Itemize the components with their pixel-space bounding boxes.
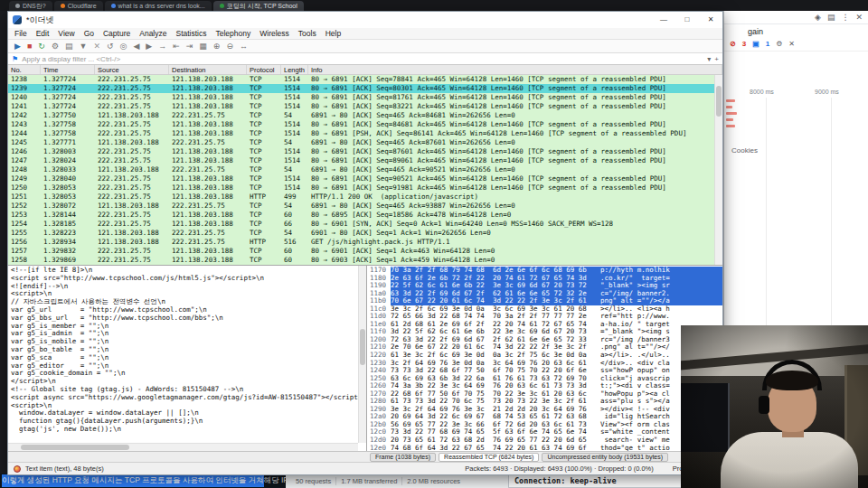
entity-body-tab[interactable]: Uncompressed entity body (19531 bytes) (542, 453, 668, 462)
packet-source: 222.231.25.75 (95, 147, 169, 156)
menu-item[interactable]: File (10, 29, 32, 38)
packet-text-pane[interactable]: <!--[if lte IE 8]>\n <script src="http:/… (8, 266, 367, 451)
packet-row[interactable]: 1240 1.327724 222.231.25.75 121.138.203.… (8, 93, 722, 102)
packet-bytes-pane[interactable]: 1170 70 3a 2f 2f 68 79 74 68 6d 2e 6e 6f… (367, 266, 722, 451)
error-count-badge[interactable]: 3 (742, 40, 746, 48)
menu-item[interactable]: Wireless (255, 29, 294, 38)
bookmark-icon[interactable]: ⚑ (12, 55, 18, 63)
column-header[interactable]: Length (281, 65, 308, 74)
maximize-button[interactable]: □ (675, 12, 699, 28)
column-header[interactable]: No. (8, 65, 41, 74)
packet-row[interactable]: 1246 1.328003 222.231.25.75 121.138.203.… (8, 147, 722, 156)
column-header[interactable]: Protocol (247, 65, 281, 74)
previous-packet-icon[interactable]: ◀ (133, 40, 139, 53)
packet-time: 1.328053 (41, 183, 95, 192)
packet-row[interactable]: 1253 1.328144 222.231.25.75 121.138.203.… (8, 211, 722, 220)
reload-icon[interactable]: ↺ (107, 40, 114, 53)
zoom-out-icon[interactable]: ⊖ (226, 40, 233, 53)
packet-source: 222.231.25.75 (95, 220, 169, 229)
text-pane-vscrollbar[interactable] (358, 266, 366, 443)
packet-list-scrollbar[interactable] (714, 75, 722, 265)
scrollbar-thumb[interactable] (716, 86, 722, 117)
go-to-packet-icon[interactable]: → (158, 40, 166, 53)
packet-row[interactable]: 1251 1.328053 222.231.25.75 121.138.203.… (8, 192, 722, 202)
close-capture-icon[interactable]: ✕ (93, 40, 100, 53)
packet-row[interactable]: 1239 1.327724 222.231.25.75 121.138.203.… (8, 84, 722, 93)
save-capture-icon[interactable]: ▼ (80, 40, 88, 53)
column-header[interactable]: Time (41, 65, 95, 74)
packet-row[interactable]: 1255 1.328223 121.138.203.188 222.231.25… (8, 229, 722, 238)
close-button[interactable]: ✕ (699, 12, 722, 28)
packet-row[interactable]: 1249 1.328040 222.231.25.75 121.138.203.… (8, 174, 722, 183)
next-packet-icon[interactable]: ▶ (146, 40, 152, 53)
issues-icon[interactable]: ▣ (752, 40, 760, 48)
issues-count-badge[interactable]: 1 (766, 40, 769, 48)
minimize-button[interactable]: — (652, 12, 675, 28)
menu-item[interactable]: Go (80, 29, 99, 38)
packet-row[interactable]: 1247 1.328024 222.231.25.75 121.138.203.… (8, 156, 722, 165)
packet-destination: 121.138.203.188 (169, 120, 247, 129)
stop-capture-icon[interactable]: ■ (27, 40, 32, 53)
packet-list[interactable]: 1238 1.327724 222.231.25.75 121.138.203.… (8, 75, 722, 265)
display-filter-input[interactable] (22, 54, 703, 64)
menu-item[interactable]: Telephony (212, 29, 256, 38)
column-header[interactable]: Info (308, 65, 722, 74)
menu-item[interactable]: Edit (32, 29, 54, 38)
expert-info-icon[interactable] (14, 465, 21, 473)
column-header[interactable]: Destination (169, 65, 247, 74)
error-icon[interactable]: ⊘ (730, 40, 736, 48)
menu-item[interactable]: Statistics (171, 29, 211, 38)
packet-destination: 121.138.203.188 (169, 75, 247, 84)
window-titlebar[interactable]: *이더넷 — □ ✕ (8, 12, 722, 28)
packet-row[interactable]: 1242 1.327750 121.138.203.188 222.231.25… (8, 111, 722, 120)
hex-row[interactable]: 12e0 74 68 6f 64 3d 22 67 65 74 22 20 61… (367, 445, 722, 451)
packet-row[interactable]: 1245 1.327771 121.138.203.188 222.231.25… (8, 138, 722, 147)
zoom-in-icon[interactable]: ⊕ (213, 40, 221, 53)
packet-row[interactable]: 1244 1.327758 222.231.25.75 121.138.203.… (8, 129, 722, 138)
tab-search[interactable]: what is a dns server dns look... (105, 1, 212, 11)
last-packet-icon[interactable]: ⇥ (186, 40, 193, 53)
packet-row[interactable]: 1241 1.327724 222.231.25.75 121.138.203.… (8, 102, 722, 111)
start-capture-icon[interactable]: ▶ (14, 40, 21, 53)
menu-item[interactable]: View (53, 29, 79, 38)
packet-row[interactable]: 1243 1.327758 222.231.25.75 121.138.203.… (8, 120, 722, 129)
menu-item[interactable]: Capture (99, 29, 135, 38)
reassembled-tcp-tab[interactable]: Reassembled TCP (6824 bytes) (439, 453, 539, 462)
menu-item[interactable]: Tools (294, 29, 321, 38)
close-icon[interactable]: ✕ (788, 40, 795, 48)
tab-dns[interactable]: DNS란? (9, 1, 52, 11)
packet-row[interactable]: 1257 1.329832 222.231.25.75 121.138.203.… (8, 247, 722, 256)
menu-item[interactable]: Analyze (135, 29, 171, 38)
scrollbar-thumb[interactable] (360, 329, 365, 365)
restart-capture-icon[interactable]: ↻ (38, 40, 45, 53)
close-devtools-icon[interactable]: ✕ (855, 13, 863, 22)
tab-cloudflare[interactable]: Cloudflare (54, 1, 103, 11)
cookies-label[interactable]: Cookies (731, 146, 758, 155)
find-packet-icon[interactable]: ◎ (120, 40, 127, 53)
column-header[interactable]: Source (95, 65, 169, 74)
resize-columns-icon[interactable]: ↔ (240, 40, 248, 53)
packet-row[interactable]: 1258 1.329869 222.231.25.75 121.138.203.… (8, 256, 722, 265)
menu-item[interactable]: Help (321, 29, 345, 38)
frame-bytes-tab[interactable]: Frame (1038 bytes) (370, 453, 436, 462)
packet-row[interactable]: 1238 1.327724 222.231.25.75 121.138.203.… (8, 75, 722, 84)
packet-row[interactable]: 1252 1.328072 121.138.203.188 222.231.25… (8, 202, 722, 211)
device-toolbar-icon[interactable]: ▤ (827, 13, 835, 22)
tab-tcpschool[interactable]: 코딩의 시작, TCP School (213, 1, 304, 11)
kebab-menu-icon[interactable]: ⋮ (841, 13, 849, 22)
open-capture-icon[interactable]: ▤ (65, 40, 73, 53)
packet-row[interactable]: 1248 1.328033 121.138.203.188 222.231.25… (8, 165, 722, 174)
scrollbar-thumb[interactable] (21, 445, 129, 450)
chevron-down-icon[interactable]: ▾ (707, 55, 711, 63)
inspect-icon[interactable]: ◈ (815, 13, 821, 22)
add-filter-button[interactable]: + (714, 55, 719, 63)
network-summary-item: 2.0 MB resources (401, 477, 465, 485)
packet-row[interactable]: 1250 1.328053 222.231.25.75 121.138.203.… (8, 183, 722, 192)
text-pane-hscrollbar[interactable] (8, 443, 358, 451)
colorize-icon[interactable]: ▦ (199, 40, 207, 53)
packet-row[interactable]: 1256 1.328934 121.138.203.188 222.231.25… (8, 238, 722, 247)
capture-options-icon[interactable]: ⚙ (52, 40, 59, 53)
packet-row[interactable]: 1254 1.328185 222.231.25.75 121.138.203.… (8, 220, 722, 229)
first-packet-icon[interactable]: ⇤ (173, 40, 180, 53)
gear-icon[interactable]: ⚙ (776, 40, 782, 48)
